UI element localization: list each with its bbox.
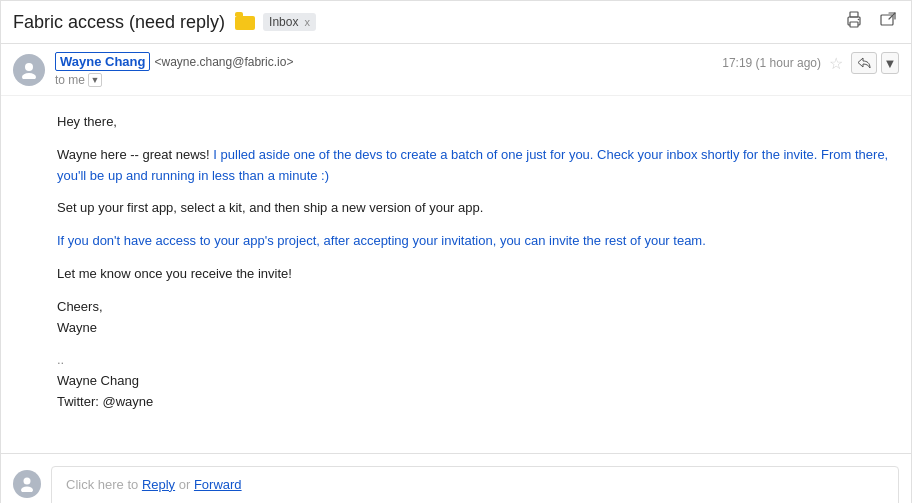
greeting: Hey there, (57, 112, 891, 133)
signature-name: Wayne Chang (57, 373, 139, 388)
reply-avatar (13, 470, 41, 498)
paragraph1-prefix: Wayne here -- great news! (57, 147, 213, 162)
to-label: to me (55, 73, 85, 87)
paragraph3: If you don't have access to your app's p… (57, 231, 891, 252)
email-subject: Fabric access (need reply) (13, 12, 225, 33)
signature-dots: .. (57, 352, 64, 367)
reply-area: Click here to Reply or Forward (1, 453, 911, 503)
reply-link[interactable]: Reply (142, 477, 175, 492)
to-me-dropdown[interactable]: ▼ (88, 73, 102, 87)
email-body: Hey there, Wayne here -- great news! I p… (1, 96, 911, 445)
close-inbox-badge[interactable]: x (304, 16, 310, 28)
popout-button[interactable] (877, 9, 899, 35)
sender-name[interactable]: Wayne Chang (55, 52, 150, 71)
more-options-button[interactable]: ▼ (881, 52, 899, 74)
inbox-badge: Inbox x (263, 13, 316, 31)
sender-name-row: Wayne Chang <wayne.chang@fabric.io> (55, 52, 722, 71)
svg-rect-2 (850, 22, 858, 27)
signature-twitter: Twitter: @wayne (57, 394, 153, 409)
svg-point-9 (21, 486, 33, 492)
closing-name: Wayne (57, 320, 97, 335)
or-text: or (175, 477, 194, 492)
paragraph2: Set up your first app, select a kit, and… (57, 198, 891, 219)
paragraph4: Let me know once you receive the invite! (57, 264, 891, 285)
svg-point-6 (25, 63, 33, 71)
timestamp-area: 17:19 (1 hour ago) ☆ ▼ (722, 52, 899, 74)
folder-icon (235, 16, 255, 30)
inbox-label: Inbox (269, 15, 298, 29)
svg-rect-1 (850, 12, 858, 17)
reply-button[interactable] (851, 52, 877, 74)
reply-box[interactable]: Click here to Reply or Forward (51, 466, 899, 503)
star-icon[interactable]: ☆ (829, 54, 843, 73)
signature: .. Wayne Chang Twitter: @wayne (57, 350, 891, 412)
email-header: Fabric access (need reply) Inbox x (1, 1, 911, 44)
reply-placeholder-text: Click here to (66, 477, 142, 492)
print-button[interactable] (843, 9, 865, 35)
email-container: Fabric access (need reply) Inbox x (0, 0, 912, 503)
svg-point-7 (22, 73, 36, 79)
sender-info: Wayne Chang <wayne.chang@fabric.io> to m… (55, 52, 722, 87)
sender-row: Wayne Chang <wayne.chang@fabric.io> to m… (1, 44, 911, 96)
closing: Cheers, Wayne (57, 297, 891, 339)
paragraph1: Wayne here -- great news! I pulled aside… (57, 145, 891, 187)
svg-point-8 (24, 477, 31, 484)
forward-link[interactable]: Forward (194, 477, 242, 492)
sender-email: <wayne.chang@fabric.io> (154, 55, 293, 69)
closing-text: Cheers, (57, 299, 103, 314)
svg-point-3 (858, 19, 860, 21)
svg-line-5 (889, 13, 895, 19)
sender-avatar (13, 54, 45, 86)
header-icons (843, 9, 899, 35)
timestamp: 17:19 (1 hour ago) (722, 56, 821, 70)
to-me-row: to me ▼ (55, 73, 722, 87)
